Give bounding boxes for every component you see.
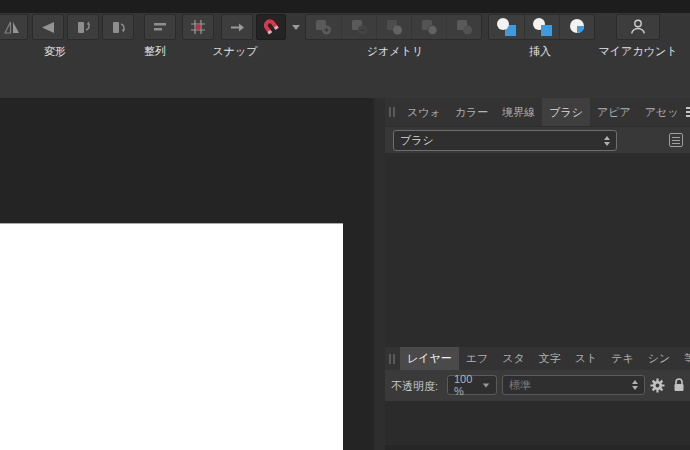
toolbar-group-label-insert: 挿入 [529,44,551,59]
layers-list-area[interactable] [385,401,690,450]
snapping-toggle-button[interactable] [256,14,286,40]
panel-splitter[interactable] [373,98,385,450]
insert-behind-button[interactable] [489,15,524,39]
toolbar-group-label-transform: 変形 [44,44,66,59]
tab-colour[interactable]: カラー [448,98,496,126]
tab-effects[interactable]: エフ [459,347,496,370]
panel-bottom-edge [385,445,690,450]
geometry-intersect-button[interactable] [376,15,411,39]
tab-text[interactable]: テキ [604,347,641,370]
align-button[interactable] [144,14,176,40]
tab-layers[interactable]: レイヤー [400,347,459,370]
move-pixels-arrow-icon [228,18,246,36]
hamburger-menu-icon [686,107,690,117]
flip-vertical-icon [39,18,57,36]
opacity-label: 不透明度: [391,379,438,394]
brush-list-area[interactable] [385,153,690,347]
my-account-button[interactable] [616,14,660,40]
insert-button-group [488,14,595,40]
lock-layer-button[interactable] [672,377,686,397]
flip-horizontal-icon [3,18,21,36]
studio-tabbar-upper: スウォ カラー 境界線 ブラシ アピア アセッ [385,98,690,126]
brush-category-row: ブラシ [385,126,690,153]
tab-styles[interactable]: スタ [495,347,532,370]
tab-character[interactable]: 文字 [532,347,568,370]
magnet-icon [257,13,285,41]
tab-appearance[interactable]: アピア [590,98,638,126]
gear-icon [649,377,666,394]
blend-mode-value: 標準 [509,378,531,393]
select-chevrons-icon [604,136,610,146]
tab-brushes[interactable]: ブラシ [542,98,590,126]
panel-grip-icon[interactable] [385,347,400,370]
tab-isometric[interactable]: 等角 [677,347,690,370]
tab-symbols[interactable]: シン [641,347,678,370]
artboard[interactable] [0,223,343,450]
toolbar-group-label-account: マイアカウント [599,44,678,59]
canvas-viewport[interactable] [0,98,373,450]
insert-on-top-icon [533,18,552,36]
chevron-down-icon [483,383,489,387]
rotate-left-button[interactable] [67,14,99,40]
panel-grip-icon[interactable] [385,98,400,126]
tab-swatches[interactable]: スウォ [400,98,448,126]
tab-stroke[interactable]: 境界線 [495,98,542,126]
geometry-divide-button[interactable] [411,15,446,39]
rotate-right-button[interactable] [102,14,134,40]
snapping-options-dropdown[interactable] [288,14,303,40]
opacity-select[interactable]: 100 % [447,375,497,395]
align-icon [151,18,169,36]
brush-category-select[interactable]: ブラシ [393,130,617,151]
insert-on-top-button[interactable] [524,15,559,39]
rotate-left-icon [74,18,92,36]
toolbar-group-label-align: 整列 [144,44,166,59]
lock-icon [672,377,686,393]
move-by-whole-pixels-button[interactable] [221,14,253,40]
snap-grid-icon [189,18,207,36]
flip-vertical-button[interactable] [32,14,64,40]
boolean-divide-icon [420,18,439,36]
window-titlebar [0,0,690,13]
geometry-subtract-button[interactable] [341,15,376,39]
brush-category-value: ブラシ [400,133,434,148]
insert-behind-icon [497,18,516,36]
boolean-add-icon [314,18,333,36]
flip-horizontal-button[interactable] [0,14,28,40]
select-chevrons-icon [632,380,638,390]
toolbar-group-label-snap: スナップ [212,44,257,59]
toolbar-group-label-geometry: ジオメトリ [367,44,423,59]
geometry-button-group [305,14,482,40]
insert-inside-button[interactable] [559,15,594,39]
insert-inside-icon [568,18,587,36]
layer-settings-button[interactable] [649,377,666,398]
boolean-combine-icon [455,18,474,36]
app-window: 変形 整列 スナップ ジオメトリ 挿入 マイアカウント スウォ カラー 境界線 … [0,0,690,450]
opacity-value: 100 % [454,373,482,397]
account-person-icon [628,17,648,37]
boolean-subtract-icon [350,18,369,36]
rotate-right-icon [109,18,127,36]
tab-stroke2[interactable]: スト [568,347,605,370]
tab-assets[interactable]: アセッ [638,98,686,126]
boolean-intersect-icon [385,18,404,36]
snap-to-grid-button[interactable] [182,14,214,40]
studio-tabbar-lower: レイヤー エフ スタ 文字 スト テキ シン 等角 [385,347,690,370]
layers-options-row: 不透明度: 100 % 標準 [385,370,690,401]
main-toolbar: 変形 整列 スナップ ジオメトリ 挿入 マイアカウント [0,13,690,98]
geometry-combine-button[interactable] [446,15,481,39]
chevron-down-icon [292,25,300,30]
geometry-add-button[interactable] [306,15,341,39]
list-view-icon[interactable] [669,133,683,147]
panel-menu-button[interactable] [686,98,690,126]
blend-mode-select[interactable]: 標準 [502,375,645,395]
